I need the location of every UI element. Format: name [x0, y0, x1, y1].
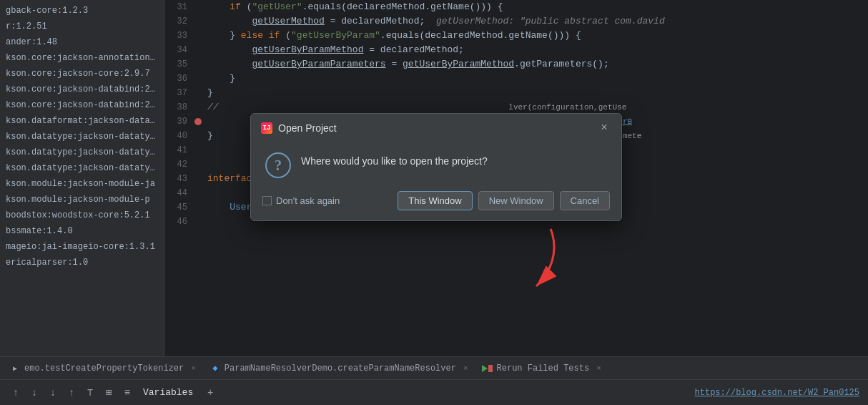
dialog-body: ? Where would you like to open the proje… [251, 141, 621, 185]
dialog-footer: Don't ask again This Window New Window C… [251, 185, 621, 220]
dont-ask-label[interactable]: Don't ask again [262, 195, 340, 206]
new-window-button[interactable]: New Window [478, 191, 554, 210]
intellij-icon: IJ [261, 122, 272, 134]
dont-ask-text: Don't ask again [276, 195, 340, 206]
modal-overlay: IJ Open Project × ? Where would you like… [0, 0, 868, 405]
dont-ask-checkbox[interactable] [262, 196, 272, 205]
this-window-button[interactable]: This Window [398, 191, 472, 210]
dialog-close-button[interactable]: × [597, 121, 611, 135]
cancel-button[interactable]: Cancel [560, 191, 610, 210]
dialog-title: Open Project [278, 122, 591, 134]
dialog-header: IJ Open Project × [251, 114, 621, 141]
dialog-message: Where would you like to open the project… [301, 151, 488, 167]
question-icon: ? [265, 152, 291, 178]
open-project-dialog: IJ Open Project × ? Where would you like… [250, 113, 622, 221]
